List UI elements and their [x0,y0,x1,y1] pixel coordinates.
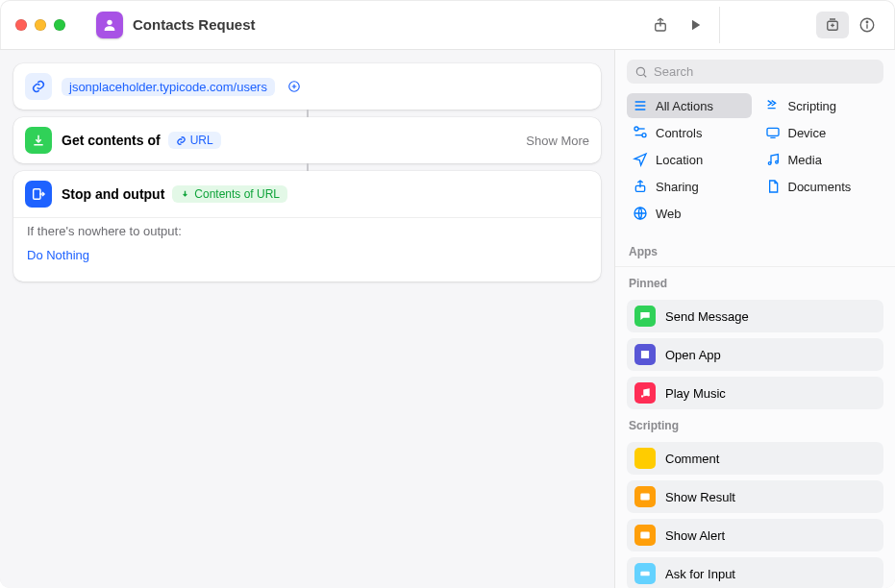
svg-rect-17 [640,494,649,501]
svg-point-9 [642,134,646,137]
action-title: Stop and output [62,186,164,202]
info-button[interactable] [851,12,883,38]
search-input[interactable] [654,64,876,79]
share-button[interactable] [644,12,677,38]
category-label: All Actions [656,99,713,113]
svg-rect-6 [34,189,40,200]
list-label: Ask for Input [665,567,735,581]
svg-rect-19 [640,572,649,576]
svg-point-8 [634,127,638,131]
svg-point-11 [768,162,771,165]
category-all-actions[interactable]: All Actions [627,93,752,118]
category-label: Media [788,153,822,167]
param-label: Contents of URL [194,187,280,201]
category-sharing[interactable]: Sharing [627,174,752,199]
result-icon [634,486,656,507]
pinned-header: Pinned [627,267,883,294]
param-label: URL [190,134,213,147]
svg-point-0 [107,19,112,24]
workflow-canvas[interactable]: jsonplaceholder.typicode.com/users Get c… [0,50,615,588]
pinned-send-message[interactable]: Send Message [627,300,883,332]
output-option[interactable]: Do Nothing [27,248,89,270]
run-button[interactable] [679,12,711,38]
url-param-pill[interactable]: URL [168,132,221,149]
message-icon [634,306,656,327]
category-web[interactable]: Web [627,201,752,226]
connector-line [307,163,309,171]
category-media[interactable]: Media [759,147,884,172]
action-stop-output[interactable]: Stop and output Contents of URL If there… [13,171,601,282]
document-icon [96,12,123,38]
category-label: Scripting [788,99,837,113]
svg-rect-10 [767,128,779,135]
window-minimize[interactable] [35,19,46,31]
output-subtext: If there's nowhere to output: [13,217,601,244]
show-more-button[interactable]: Show More [526,134,589,148]
search-field[interactable] [627,60,883,84]
list-label: Comment [665,452,719,466]
scripting-comment[interactable]: Comment [627,442,883,475]
window-close[interactable] [15,19,27,31]
scripting-header: Scripting [627,409,883,436]
category-controls[interactable]: Controls [627,120,752,145]
category-label: Location [656,153,703,167]
action-title: Get contents of [62,133,161,148]
library-button[interactable] [816,12,849,38]
titlebar: Contacts Request [0,0,895,50]
action-get-contents[interactable]: Get contents of URL Show More [13,117,601,163]
category-label: Web [656,207,682,221]
action-library-sidebar: All Actions Scripting Controls Device Lo… [615,50,895,588]
action-url[interactable]: jsonplaceholder.typicode.com/users [13,63,601,110]
svg-point-15 [641,395,643,397]
svg-point-12 [775,160,778,163]
scripting-show-result[interactable]: Show Result [627,480,883,513]
scripting-ask-input[interactable]: Ask for Input [627,557,883,588]
list-label: Open App [665,348,721,362]
apps-header: Apps [615,235,895,262]
download-icon [25,127,52,154]
traffic-lights [15,19,65,31]
exit-icon [25,181,52,208]
category-label: Controls [656,126,702,140]
url-value[interactable]: jsonplaceholder.typicode.com/users [62,78,275,96]
svg-point-4 [866,21,868,23]
category-documents[interactable]: Documents [759,174,884,199]
contents-param-pill[interactable]: Contents of URL [172,185,287,203]
list-label: Play Music [665,386,726,401]
category-device[interactable]: Device [759,120,884,145]
pinned-open-app[interactable]: Open App [627,338,883,371]
pinned-play-music[interactable]: Play Music [627,377,883,409]
alert-icon [634,525,656,546]
window-title: Contacts Request [133,16,256,33]
comment-icon [634,448,656,469]
list-label: Show Alert [665,528,725,543]
link-icon [25,73,52,100]
category-location[interactable]: Location [627,147,752,172]
list-label: Send Message [665,309,749,324]
input-icon [634,563,656,584]
list-label: Show Result [665,490,735,504]
add-variable-button[interactable] [285,77,304,96]
music-icon [634,382,656,404]
svg-point-16 [647,394,649,396]
category-scripting[interactable]: Scripting [759,93,884,118]
toolbar-divider [719,7,720,43]
category-label: Sharing [656,180,699,194]
open-app-icon [634,344,656,365]
connector-line [307,110,309,117]
svg-point-7 [636,67,644,75]
scripting-show-alert[interactable]: Show Alert [627,519,883,551]
category-label: Device [788,126,827,140]
category-label: Documents [788,180,852,194]
category-grid: All Actions Scripting Controls Device Lo… [615,91,895,235]
window-zoom[interactable] [54,19,65,31]
